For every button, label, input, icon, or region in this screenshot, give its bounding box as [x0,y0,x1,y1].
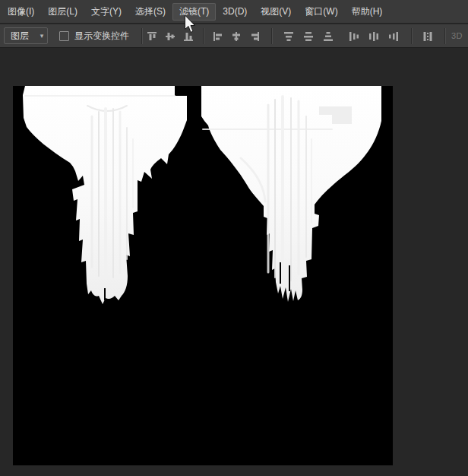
align-horizontal-centers-icon [230,30,242,43]
distribute-bottom-edges-icon [322,30,334,43]
separator [411,28,412,44]
align-top-edges-button[interactable] [144,28,160,45]
distribute-left-edges-icon [348,30,360,43]
depth-map-image [13,86,393,465]
distribute-bottom-edges-button[interactable] [320,28,337,45]
show-transform-controls-checkbox[interactable] [59,31,69,41]
distribute-horizontal-centers-button[interactable] [365,28,382,45]
menu-item[interactable]: 图层(L) [41,3,84,21]
separator [271,28,272,44]
distribute-spacing-button[interactable] [419,28,436,45]
align-target-select[interactable]: 图层 ▾ [4,27,48,44]
distribute-top-edges-icon [283,30,295,43]
workspace [0,48,468,476]
separator [141,28,142,44]
distribute-top-edges-button[interactable] [280,28,297,45]
distribute-horizontal-centers-icon [368,30,380,43]
distribute-left-edges-button[interactable] [346,28,362,45]
show-transform-controls-label: 显示变换控件 [74,24,129,48]
tool-options-bar: 图层 ▾ 显示变换控件 [0,24,468,48]
chevron-down-icon: ▾ [36,32,47,40]
menu-item[interactable]: 选择(S) [128,3,172,21]
align-horizontal-centers-button[interactable] [228,28,245,45]
distribute-right-edges-button[interactable] [385,28,402,45]
drip-notches [104,262,290,300]
align-vertical-centers-icon [164,30,176,43]
align-left-edges-button[interactable] [210,28,226,45]
align-vertical-centers-button[interactable] [162,28,179,45]
align-right-edges-button[interactable] [246,28,263,45]
document-canvas[interactable] [13,86,393,465]
distribute-spacing-icon [422,30,434,43]
menu-item[interactable]: 图像(I) [1,3,41,21]
align-target-value: 图层 [5,30,36,43]
menu-item[interactable]: 窗口(W) [298,3,344,21]
menu-item[interactable]: 视图(V) [254,3,298,21]
menu-item[interactable]: 3D(D) [216,3,254,21]
menu-list: 图像(I) 图层(L) 文字(Y) 选择(S) 滤镜(T) 3D(D) 视图(V… [0,0,468,21]
align-right-edges-icon [248,30,261,43]
distribute-vertical-centers-button[interactable] [300,28,317,45]
menu-item[interactable]: 文字(Y) [84,3,128,21]
mouse-cursor-icon [184,14,196,33]
mode-3d-button[interactable]: 3D [451,24,463,48]
distribute-vertical-centers-icon [302,30,315,43]
menu-bar: 图像(I) 图层(L) 文字(Y) 选择(S) 滤镜(T) 3D(D) 视图(V… [0,0,468,24]
menu-item[interactable]: 帮助(H) [345,3,390,21]
separator [444,28,445,44]
align-top-edges-icon [146,30,158,43]
distribute-right-edges-icon [387,30,400,43]
align-left-edges-icon [212,30,224,43]
separator [203,28,204,44]
